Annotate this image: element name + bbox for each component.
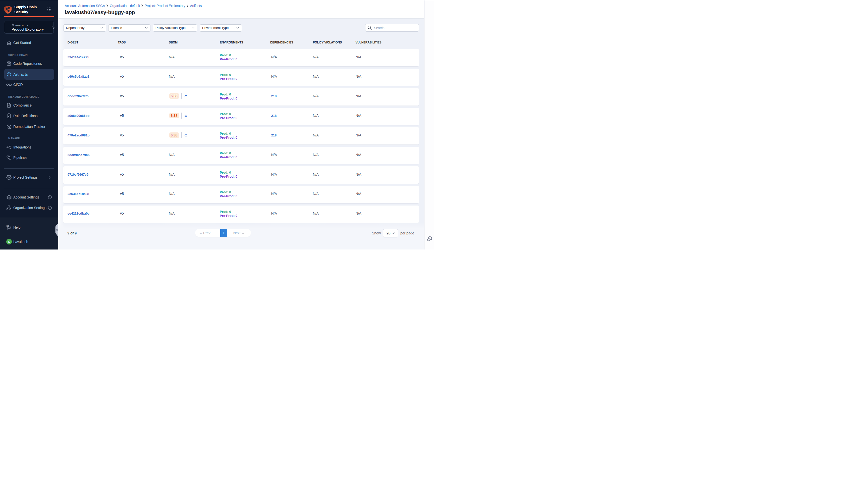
svg-text:?: ? [7, 225, 9, 227]
